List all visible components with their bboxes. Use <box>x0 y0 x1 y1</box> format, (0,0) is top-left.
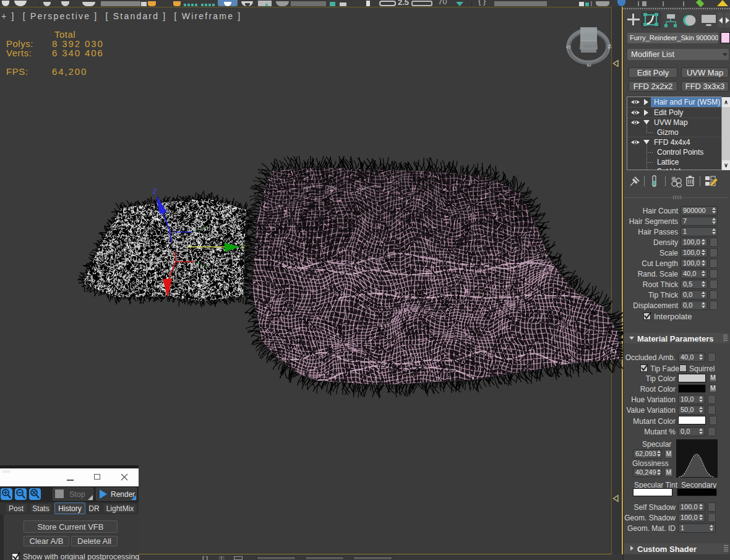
svg-text:Z: Z <box>153 188 157 195</box>
svg-text:E: E <box>586 63 592 67</box>
svg-text:RIGHT: RIGHT <box>584 44 596 48</box>
svg-text:Y: Y <box>241 244 246 251</box>
svg-text:S: S <box>565 45 572 50</box>
svg-text:N: N <box>606 44 612 50</box>
